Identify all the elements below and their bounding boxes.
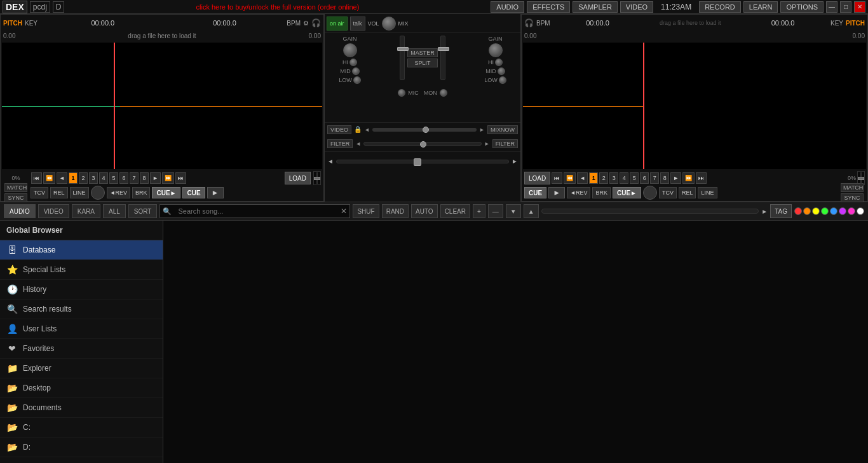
deck-right-prev[interactable]: ⏪ [564,172,576,184]
clear-button[interactable]: CLEAR [440,204,470,218]
sidebar-item-e:[interactable]: 📂E: [0,457,163,463]
color-dot-0[interactable] [794,207,802,215]
vol-knob[interactable] [382,17,396,31]
deck-right-track-6[interactable]: 6 [640,172,649,184]
gain-left-knob[interactable] [343,43,357,57]
sidebar-item-documents[interactable]: 📂Documents [0,398,163,418]
deck-right-back[interactable]: ◄ [577,172,588,184]
restore-button[interactable]: □ [840,1,851,13]
deck-left-match[interactable]: MATCH [4,183,27,192]
sidebar-item-favorites[interactable]: ❤Favorites [0,339,163,359]
low-left-knob[interactable] [353,76,361,84]
deck-right-cue1[interactable]: CUE► [613,187,641,198]
split-button[interactable]: SPLIT [407,59,438,67]
effects-button[interactable]: EFFECTS [527,1,570,13]
record-button[interactable]: RECORD [699,1,741,13]
learn-button[interactable]: LEARN [743,1,778,13]
deck-left-track-1[interactable]: 1 [69,172,78,184]
color-dot-7[interactable] [857,207,864,215]
deck-left-track-8[interactable]: 8 [140,172,149,184]
mid-left-knob[interactable] [352,67,360,75]
deck-right-track-8[interactable]: 8 [660,172,669,184]
deck-right-track-5[interactable]: 5 [630,172,639,184]
video-tab[interactable]: VIDEO [38,204,69,218]
up-button[interactable]: ▲ [524,204,539,218]
deck-left-play[interactable]: ► [207,187,224,198]
progress-arrow-right[interactable]: ► [761,208,768,215]
sidebar-item-d:[interactable]: 📂D: [0,438,163,457]
sidebar-item-search-results[interactable]: 🔍Search results [0,300,163,319]
filter-button-left[interactable]: FILTER [327,139,353,148]
search-clear-button[interactable]: ✕ [338,207,349,216]
sidebar-item-history[interactable]: 🕐History [0,280,163,300]
deck-left-load[interactable]: LOAD [285,172,311,184]
progress-track[interactable] [541,209,759,214]
video-button-mixer[interactable]: VIDEO [327,125,351,134]
gain-right-knob[interactable] [489,43,503,57]
deck-left-track-3[interactable]: 3 [89,172,98,184]
deck-right-track-3[interactable]: 3 [609,172,618,184]
minimize-button[interactable]: — [826,1,837,13]
deck-left-track-6[interactable]: 6 [119,172,128,184]
cf-arrow-right[interactable]: ► [512,158,518,165]
color-dot-1[interactable] [803,207,811,215]
crossfader[interactable] [336,160,509,163]
deck-right-brk[interactable]: BRK [592,187,611,198]
audio-button[interactable]: AUDIO [491,1,524,13]
hi-right-knob[interactable] [495,59,503,66]
deck-left-track-7[interactable]: 7 [130,172,139,184]
mon-knob[interactable] [440,89,447,97]
mixnow-button[interactable]: MIXNOW [487,125,518,134]
mic-knob[interactable] [398,89,405,97]
auto-button[interactable]: AUTO [411,204,438,218]
tag-button[interactable]: TAG [770,204,792,218]
deck-right-load[interactable]: LOAD [524,172,550,184]
deck-right-track-4[interactable]: 4 [620,172,628,184]
deck-right-cue[interactable]: CUE [524,187,546,198]
deck-right-track-1[interactable]: 1 [589,172,598,184]
filter-track[interactable] [363,142,481,146]
rand-button[interactable]: RAND [382,204,409,218]
deck-left-tcv[interactable]: TCV [31,187,48,198]
deck-left-line[interactable]: LINE [70,187,89,198]
low-right-knob[interactable] [499,76,506,84]
promo-text[interactable]: click here to buy/unlock the full versio… [67,3,488,11]
deck-right-play[interactable]: ► [548,187,565,198]
sidebar-item-desktop[interactable]: 📂Desktop [0,378,163,398]
deck-left-rev[interactable]: ◄REV [107,187,130,198]
deck-left-track-5[interactable]: 5 [109,172,118,184]
audio-tab[interactable]: AUDIO [4,204,36,218]
all-tab[interactable]: ALL [103,204,126,218]
video-button[interactable]: VIDEO [620,1,653,13]
deck-left-rel[interactable]: REL [50,187,68,198]
deck-left-cue2[interactable]: CUE [182,187,205,198]
shuf-button[interactable]: SHUF [353,204,379,218]
deck-left-track-2[interactable]: 2 [79,172,88,184]
color-dot-3[interactable] [821,207,829,215]
deck-right-track-7[interactable]: 7 [650,172,659,184]
hi-left-knob[interactable] [349,59,357,66]
down-button[interactable]: ▼ [506,204,521,218]
talk-button[interactable]: talk [350,17,365,31]
plus-button[interactable]: + [473,204,485,218]
deck-left-back[interactable]: ◄ [57,172,67,184]
color-dot-2[interactable] [812,207,820,215]
close-button[interactable]: ✕ [854,1,865,13]
sidebar-item-special-lists[interactable]: ⭐Special Lists [0,260,163,280]
color-dot-4[interactable] [830,207,837,215]
deck-left-cue1[interactable]: CUE► [152,187,180,198]
kara-tab[interactable]: KARA [72,204,100,218]
master-button[interactable]: MASTER [407,48,438,57]
filter-button-right[interactable]: FILTER [492,139,518,148]
color-dot-5[interactable] [839,207,846,215]
deck-right-prev-prev[interactable]: ⏮ [552,172,562,184]
cf-arrow-left[interactable]: ◄ [327,158,334,165]
deck-left-prev[interactable]: ⏪ [43,172,55,184]
search-input[interactable] [174,207,338,215]
deck-right-fwd-fwd[interactable]: ⏩ [682,172,695,184]
deck-right-match[interactable]: MATCH [841,183,864,192]
deck-right-rev[interactable]: ◄REV [567,187,590,198]
deck-right-track-2[interactable]: 2 [599,172,608,184]
mid-right-knob[interactable] [498,67,505,75]
deck-left-brk[interactable]: BRK [132,187,151,198]
